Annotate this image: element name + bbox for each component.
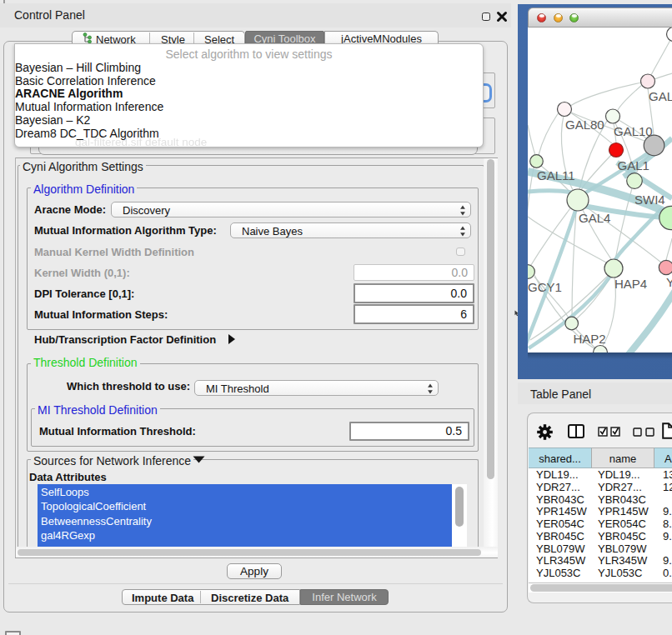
- svg-text:HAP4: HAP4: [614, 277, 647, 291]
- svg-text:SWI4: SWI4: [634, 192, 665, 207]
- svg-text:GAL10: GAL10: [614, 124, 653, 138]
- svg-text:GAL4: GAL4: [579, 211, 610, 225]
- svg-text:GAL1: GAL1: [618, 158, 649, 172]
- svg-text:GAL7: GAL7: [649, 89, 672, 103]
- svg-text:GAL80: GAL80: [565, 118, 604, 132]
- svg-text:YJ: YJ: [666, 275, 672, 289]
- svg-text:GCY1: GCY1: [528, 280, 562, 294]
- svg-text:GAL11: GAL11: [537, 168, 575, 182]
- svg-text:HAP2: HAP2: [574, 332, 606, 346]
